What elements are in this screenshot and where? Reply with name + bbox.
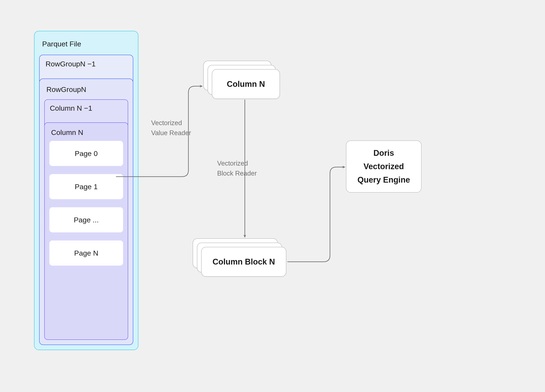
rowgroup-n-label: RowGroupN (44, 84, 128, 98)
vectorized-block-reader-label: Vectorized Block Reader (217, 159, 257, 178)
diagram-canvas: Parquet File RowGroupN −1 RowGroupN Colu… (0, 0, 545, 392)
doris-line-1: Doris (373, 147, 394, 159)
doris-line-3: Query Engine (357, 174, 410, 186)
column-block-n-card-label: Column Block N (212, 257, 275, 266)
page-ellipsis-box: Page ... (50, 207, 123, 233)
vectorized-value-reader-label: Vectorized Value Reader (151, 118, 191, 138)
rowgroup-n-box: RowGroupN Column N −1 Column N Page 0 Pa… (39, 79, 133, 345)
column-n-card-label: Column N (227, 80, 265, 89)
page-n-box: Page N (50, 240, 123, 266)
column-block-n-stack: Column Block N (193, 238, 286, 277)
column-n-label: Column N (50, 128, 123, 141)
column-block-n-card: Column Block N (201, 247, 286, 277)
column-n-stack: Column N (203, 61, 280, 99)
page-0-box: Page 0 (50, 141, 123, 166)
parquet-file-box: Parquet File RowGroupN −1 RowGroupN Colu… (34, 31, 138, 350)
doris-query-engine-box: Doris Vectorized Query Engine (346, 141, 421, 193)
page-1-box: Page 1 (50, 174, 123, 199)
column-n-card: Column N (212, 69, 280, 99)
arrow-block-to-doris (287, 167, 345, 262)
doris-line-2: Vectorized (363, 161, 404, 172)
parquet-file-title: Parquet File (39, 38, 133, 53)
column-n-minus-1-label: Column N −1 (50, 104, 123, 112)
column-n-box: Column N Page 0 Page 1 Page ... Page N (44, 122, 128, 340)
rowgroup-n-minus-1-label: RowGroupN −1 (46, 60, 127, 68)
